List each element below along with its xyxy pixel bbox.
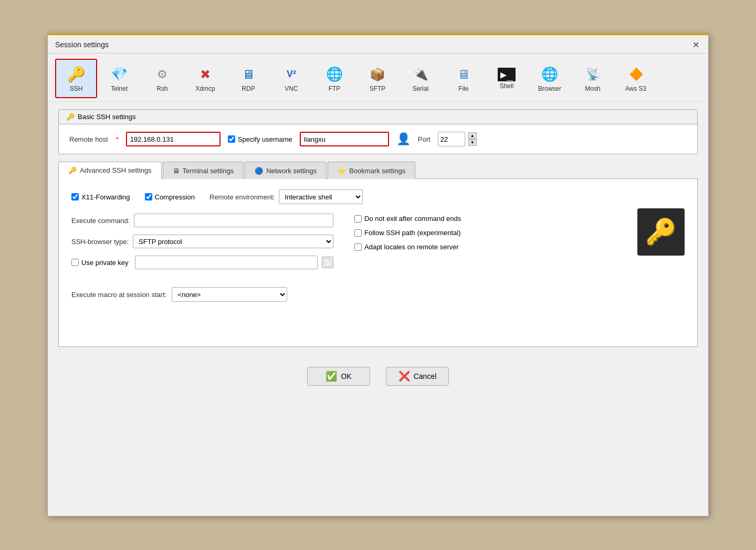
follow-ssh-path-label[interactable]: Follow SSH path (experimental) — [354, 229, 616, 237]
ssh-browser-row: SSH-browser type: SFTP protocol SCP prot… — [71, 235, 333, 248]
protocol-vnc[interactable]: V² VNC — [270, 59, 312, 98]
use-private-key-checkbox[interactable] — [71, 259, 79, 266]
port-input[interactable] — [438, 132, 465, 146]
compression-text: Compression — [155, 193, 195, 201]
protocol-shell-label: Shell — [500, 82, 514, 90]
do-not-exit-text: Do not exit after command ends — [364, 215, 461, 223]
protocol-mosh[interactable]: 📡 Mosh — [572, 59, 614, 98]
basic-ssh-title: 🔑 Basic SSH settings — [59, 110, 697, 124]
protocol-sftp[interactable]: 📦 SFTP — [356, 59, 398, 98]
port-group: ▲ ▼ — [438, 132, 477, 146]
adv-right-checks: Do not exit after command ends Follow SS… — [354, 215, 616, 251]
use-private-key-text: Use private key — [81, 259, 129, 267]
tab-terminal[interactable]: 🖥 Terminal settings — [163, 162, 244, 179]
protocol-xdmcp[interactable]: ✖ Xdmcp — [184, 59, 226, 98]
username-input[interactable] — [300, 132, 389, 146]
specify-username-label[interactable]: Specify username — [228, 135, 292, 143]
protocol-ftp-label: FTP — [329, 85, 341, 92]
private-key-input[interactable] — [135, 256, 318, 269]
protocol-vnc-label: VNC — [285, 85, 298, 92]
protocol-rdp-label: RDP — [242, 85, 255, 92]
file-icon: 🖥 — [454, 65, 473, 84]
shell-icon: ▶_ — [498, 68, 516, 81]
remote-host-input[interactable] — [126, 132, 220, 146]
remote-env-group: Remote environment: Interactive shell Cu… — [209, 189, 363, 204]
compression-checkbox[interactable] — [145, 193, 152, 200]
tab-bookmark-label: Bookmark settings — [349, 167, 405, 175]
private-key-row: Use private key 📄 — [71, 256, 333, 269]
telnet-icon: 💎 — [110, 65, 129, 84]
compression-label[interactable]: Compression — [145, 193, 195, 201]
adv-row2: Execute command: SSH-browser type: SFTP … — [71, 214, 685, 277]
protocol-rdp[interactable]: 🖥 RDP — [227, 59, 269, 98]
port-up-button[interactable]: ▲ — [468, 132, 477, 139]
ok-button[interactable]: ✅ OK — [307, 367, 370, 386]
specify-username-checkbox[interactable] — [228, 135, 235, 143]
adv-row1: X11-Forwarding Compression Remote enviro… — [71, 189, 685, 204]
execute-command-row: Execute command: — [71, 214, 333, 227]
ssh-icon: 🔑 — [67, 65, 86, 84]
remote-env-label: Remote environment: — [209, 193, 275, 201]
protocol-file[interactable]: 🖥 File — [443, 59, 485, 98]
adapt-locales-label[interactable]: Adapt locales on remote server — [354, 243, 616, 251]
title-bar: Session settings ✕ — [48, 35, 708, 54]
protocol-ftp[interactable]: 🌐 FTP — [313, 59, 355, 98]
tab-terminal-label: Terminal settings — [183, 167, 234, 175]
mosh-icon: 📡 — [583, 65, 602, 84]
tabs-bar: 🔑 Advanced SSH settings 🖥 Terminal setti… — [58, 162, 698, 179]
protocol-awss3[interactable]: 🔶 Aws S3 — [615, 59, 657, 98]
awss3-icon: 🔶 — [626, 65, 645, 84]
protocol-telnet[interactable]: 💎 Telnet — [98, 59, 140, 98]
protocol-telnet-label: Telnet — [111, 85, 128, 92]
cancel-icon: ❌ — [398, 371, 410, 382]
protocol-rsh-label: Rsh — [156, 85, 167, 92]
required-marker: * — [116, 135, 119, 143]
rdp-icon: 🖥 — [239, 65, 258, 84]
protocol-browser-label: Browser — [538, 85, 561, 92]
close-button[interactable]: ✕ — [690, 39, 701, 50]
protocol-browser[interactable]: 🌐 Browser — [529, 59, 571, 98]
protocol-ssh-label: SSH — [70, 85, 83, 92]
large-key-icon: 🔑 — [645, 217, 677, 247]
private-key-browse-button[interactable]: 📄 — [322, 257, 333, 268]
x11-forwarding-label[interactable]: X11-Forwarding — [71, 193, 130, 201]
specify-username-text: Specify username — [238, 135, 292, 143]
basic-ssh-section: 🔑 Basic SSH settings Remote host * Speci… — [58, 109, 698, 154]
adv-left-col: Execute command: SSH-browser type: SFTP … — [71, 214, 333, 277]
remote-host-label: Remote host — [69, 135, 108, 143]
use-private-key-label[interactable]: Use private key — [71, 259, 129, 267]
protocol-sftp-label: SFTP — [370, 85, 386, 92]
protocol-rsh[interactable]: ⚙ Rsh — [141, 59, 183, 98]
tab-advanced-ssh-icon: 🔑 — [68, 166, 77, 174]
protocol-bar: 🔑 SSH 💎 Telnet ⚙ Rsh ✖ Xdmcp 🖥 RDP V² VN… — [48, 54, 708, 102]
protocol-serial[interactable]: 🔌 Serial — [400, 59, 442, 98]
do-not-exit-checkbox[interactable] — [354, 215, 362, 223]
follow-ssh-path-checkbox[interactable] — [354, 229, 362, 237]
remote-env-select[interactable]: Interactive shell Custom command SFTP su… — [279, 189, 363, 204]
ftp-icon: 🌐 — [325, 65, 344, 84]
macro-select[interactable]: <none> — [172, 287, 287, 302]
adv-right-col: Do not exit after command ends Follow SS… — [354, 214, 616, 277]
protocol-shell[interactable]: ▶_ Shell — [486, 59, 528, 98]
tab-bookmark[interactable]: ⭐ Bookmark settings — [328, 162, 415, 179]
protocol-serial-label: Serial — [413, 85, 429, 92]
ssh-browser-select[interactable]: SFTP protocol SCP protocol None — [133, 235, 333, 248]
execute-command-input[interactable] — [134, 214, 333, 227]
macro-row: Execute macro at session start: <none> — [71, 287, 685, 302]
adapt-locales-checkbox[interactable] — [354, 244, 362, 251]
cancel-button[interactable]: ❌ Cancel — [386, 367, 449, 386]
macro-label: Execute macro at session start: — [71, 291, 166, 299]
port-down-button[interactable]: ▼ — [468, 139, 477, 146]
x11-forwarding-checkbox[interactable] — [71, 193, 79, 200]
port-spinners: ▲ ▼ — [468, 132, 477, 146]
tab-terminal-icon: 🖥 — [173, 167, 180, 175]
port-label: Port — [418, 135, 430, 143]
tab-network[interactable]: 🔵 Network settings — [245, 162, 327, 179]
sftp-icon: 📦 — [368, 65, 387, 84]
do-not-exit-label[interactable]: Do not exit after command ends — [354, 215, 616, 223]
ok-icon: ✅ — [326, 371, 337, 382]
tab-advanced-ssh[interactable]: 🔑 Advanced SSH settings — [58, 162, 162, 179]
ssh-browser-label: SSH-browser type: — [71, 238, 129, 246]
protocol-ssh[interactable]: 🔑 SSH — [55, 59, 97, 98]
protocol-xdmcp-label: Xdmcp — [195, 85, 215, 92]
